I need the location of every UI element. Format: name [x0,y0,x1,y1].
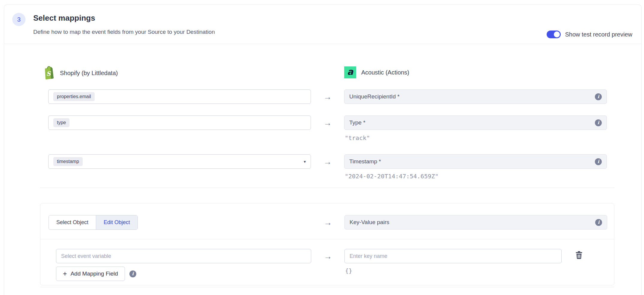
object-value-preview: {} [345,267,352,274]
tab-edit-object[interactable]: Edit Object [96,215,137,229]
arrow-right-icon: → [311,218,344,227]
source-field-input[interactable]: properties.email [48,89,311,104]
source-peer: S Shopify (by Littledata) [43,66,118,81]
key-name-input[interactable] [344,249,562,263]
test-value-preview: "track" [345,134,370,142]
shopify-bag-icon: S [43,66,55,81]
info-icon[interactable]: i [595,219,602,226]
add-mapping-field-button[interactable]: + Add Mapping Field [56,267,125,281]
destination-field-label: UniqueRecipientId * [349,93,400,100]
source-field-input[interactable]: type [48,115,311,130]
destination-field: UniqueRecipientId * i [344,89,607,104]
chevron-down-icon[interactable]: ▾ [304,159,306,164]
destination-field: Timestamp * i [344,154,607,169]
page-title: Select mappings [33,13,95,23]
field-token[interactable]: properties.email [53,92,95,101]
bottom-divider [40,287,614,287]
destination-field: Key-Value pairs i [344,215,607,229]
arrow-right-icon: → [311,157,344,167]
info-icon[interactable]: i [129,270,136,277]
show-test-record-toggle[interactable] [547,31,561,38]
destination-field: Type * i [344,115,607,130]
add-mapping-row: + Add Mapping Field i [56,267,136,281]
tab-select-object[interactable]: Select Object [49,215,96,229]
destination-field-label: Key-Value pairs [350,219,389,226]
source-field-select[interactable]: timestamp ▾ [48,154,311,169]
destination-peer: a Acoustic (Actions) [344,66,409,78]
info-icon[interactable]: i [595,158,602,165]
step-number-badge: 3 [12,13,25,26]
field-token[interactable]: type [53,118,69,127]
destination-name: Acoustic (Actions) [361,69,409,76]
svg-text:S: S [46,70,51,77]
object-mapping-box: Select Object Edit Object → Key-Value pa… [40,203,614,285]
event-variable-input[interactable] [56,249,311,263]
source-name: Shopify (by Littledata) [60,70,118,77]
arrow-right-icon: → [311,252,344,261]
toggle-label: Show test record preview [565,31,632,38]
object-mode-tabs: Select Object Edit Object [49,215,138,230]
add-mapping-field-label: Add Mapping Field [70,270,118,277]
info-icon[interactable]: i [595,93,602,100]
field-token[interactable]: timestamp [53,157,83,166]
trash-icon [575,251,583,260]
acoustic-a-icon: a [344,66,356,78]
destination-field-label: Type * [349,119,365,126]
page-subtitle: Define how to map the event fields from … [33,29,215,35]
section-divider [40,188,614,188]
card-header: 3 Select mappings Define how to map the … [4,5,641,44]
test-record-toggle-wrap: Show test record preview [547,31,632,38]
arrow-right-icon: → [311,118,344,128]
destination-field-label: Timestamp * [349,158,381,165]
delete-row-button[interactable] [575,251,583,260]
toggle-knob [554,31,560,37]
test-value-preview: "2024-02-20T14:47:54.659Z" [345,173,439,180]
select-mappings-page: 3 Select mappings Define how to map the … [0,0,644,295]
box-divider [40,239,614,239]
mappings-card: 3 Select mappings Define how to map the … [4,4,642,295]
arrow-right-icon: → [311,92,344,102]
plus-icon: + [63,270,67,277]
info-icon[interactable]: i [595,119,602,126]
